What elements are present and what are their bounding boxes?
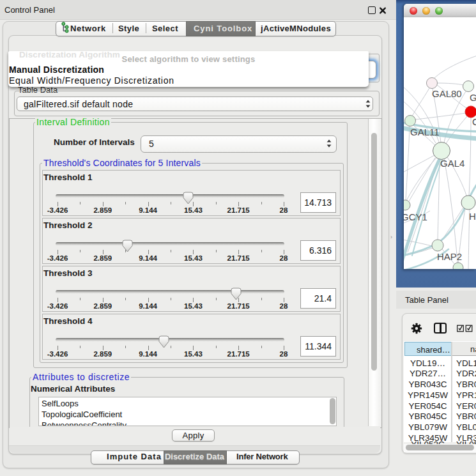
svg-text:GAL4: GAL4: [440, 158, 464, 169]
svg-text:HAP2: HAP2: [437, 251, 462, 262]
svg-text:GAL80: GAL80: [432, 88, 462, 99]
svg-text:C: C: [472, 116, 476, 127]
svg-text:H: H: [469, 211, 476, 222]
svg-text:GAL11: GAL11: [410, 127, 440, 137]
svg-text:GA: GA: [470, 92, 476, 103]
svg-text:GCY1: GCY1: [404, 211, 427, 222]
